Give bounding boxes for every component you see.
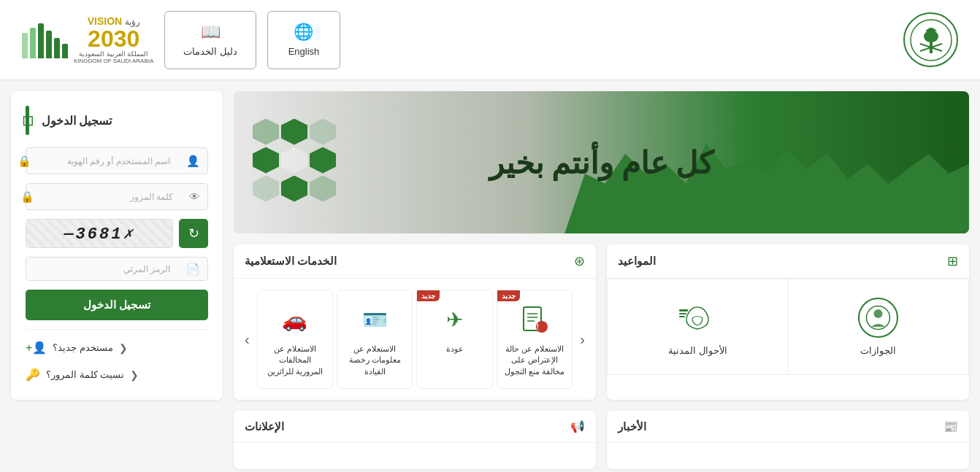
civil-svg xyxy=(678,303,718,333)
header-buttons: 🌐 English 📖 دليل الخدمات رؤية VISION 203… xyxy=(22,11,340,69)
service-label-0: الاستعلام عن حالة الإعتراض على مخالفة من… xyxy=(505,344,564,377)
service-badge-0: جديد xyxy=(497,290,520,301)
login-title-text: تسجيل الدخول xyxy=(42,114,112,128)
forgot-arrow: ❮ xyxy=(130,369,139,381)
new-user-label: مستخدم جديد؟ xyxy=(53,342,113,353)
user-icon: 👤 xyxy=(179,155,207,168)
vision-year: 2030 xyxy=(74,27,153,50)
svg-rect-8 xyxy=(679,313,686,314)
captcha-image: ✗3681— xyxy=(26,219,173,248)
english-button[interactable]: 🌐 English xyxy=(267,11,340,69)
vision-text-block: رؤية VISION 2030 المملكة العربية السعودي… xyxy=(74,15,153,64)
username-field: 👤 🔒 xyxy=(26,147,208,174)
forgot-password-link[interactable]: ❮ نسيت كلمة المرور؟ 🔑 xyxy=(26,364,208,385)
svg-text:!: ! xyxy=(537,323,539,331)
passports-svg xyxy=(865,305,891,330)
news-header: 📰 الأخبار xyxy=(607,411,969,443)
hex xyxy=(253,147,279,174)
captcha-doc-icon: 📄 xyxy=(179,263,207,276)
news-title: الأخبار xyxy=(618,420,646,433)
service-card-0[interactable]: جديد ! ال xyxy=(497,290,573,389)
username-input[interactable] xyxy=(39,148,179,174)
english-label: English xyxy=(288,46,320,57)
svg-point-6 xyxy=(874,309,883,318)
vision-bar-chart xyxy=(22,22,68,58)
appointments-header: ⊞ المواعيد xyxy=(607,244,969,279)
banner: كل عام وأنتم بخير xyxy=(234,91,969,233)
inquiry-services-section: ⊛ الخدمات الاستعلامية ‹ جديد xyxy=(234,244,596,400)
service-card-1[interactable]: جديد ✈ عودة xyxy=(416,290,492,389)
civil-icon-container xyxy=(678,298,718,338)
services-guide-button[interactable]: 📖 دليل الخدمات xyxy=(164,11,256,69)
header: 🌐 English 📖 دليل الخدمات رؤية VISION 203… xyxy=(0,0,980,80)
sidebar: تسجيل الدخول ⊡ 👤 🔒 👁 🔒 ↻ ✗3681— xyxy=(11,91,223,469)
appointment-passports[interactable]: الجوازات xyxy=(789,279,969,374)
green-accent-bar xyxy=(26,106,29,135)
passports-icon-container xyxy=(858,298,898,338)
username-lock-icon: 🔒 xyxy=(10,155,39,168)
logo-container xyxy=(903,12,958,67)
bar-2 xyxy=(54,38,60,58)
ads-title: الإعلانات xyxy=(245,420,284,433)
ads-icon: 📢 xyxy=(570,419,585,433)
content-area: كل عام وأنتم بخير ⊞ المواعيد xyxy=(234,91,969,469)
forgot-password-label: نسيت كلمة المرور؟ xyxy=(46,369,124,380)
passports-label: الجوازات xyxy=(860,345,896,356)
login-title-row: تسجيل الدخول ⊡ xyxy=(26,106,208,135)
news-section: 📰 الأخبار xyxy=(607,411,969,469)
appointments-section: ⊞ المواعيد xyxy=(607,244,969,400)
service-icon-3: 🚗 xyxy=(277,301,313,338)
hex xyxy=(253,176,279,202)
login-button[interactable]: تسجيل الدخول xyxy=(26,290,208,320)
appointment-civil[interactable]: الأحوال المدنية xyxy=(608,279,788,374)
service-label-1: عودة xyxy=(446,344,464,355)
captcha-value: ✗3681— xyxy=(26,220,172,247)
book-icon: 📖 xyxy=(201,23,221,42)
service-icon-1: ✈ xyxy=(437,301,473,338)
services-icon: ⊛ xyxy=(574,253,585,269)
hex xyxy=(281,176,307,202)
hex xyxy=(310,176,336,202)
services-items: جديد ! ال xyxy=(257,290,573,389)
service-label-3: الاستعلام عن المخالفات المرورية للزائرين xyxy=(265,344,325,377)
carousel-next-button[interactable]: ‹ xyxy=(573,328,592,352)
passports-emblem xyxy=(858,298,898,338)
new-user-link[interactable]: ❮ مستخدم جديد؟ 👤+ xyxy=(26,337,208,358)
captcha-row: ↻ ✗3681— xyxy=(26,219,208,248)
password-lock-icon: 🔒 xyxy=(13,190,42,204)
bar-4 xyxy=(38,23,44,58)
password-input[interactable] xyxy=(42,184,182,209)
services-header: ⊛ الخدمات الاستعلامية xyxy=(234,244,596,279)
service-card-2[interactable]: 🪪 الاستعلام عن معلومات رخصة القيادة xyxy=(337,290,413,389)
banner-hex-decoration xyxy=(248,119,336,206)
service-label-2: الاستعلام عن معلومات رخصة القيادة xyxy=(345,344,405,377)
hex xyxy=(310,147,336,174)
carousel-prev-button[interactable]: › xyxy=(237,328,257,352)
appointments-icon: ⊞ xyxy=(947,253,958,269)
civil-label: الأحوال المدنية xyxy=(668,345,727,356)
news-icon: 📰 xyxy=(943,419,958,433)
vision-logo: رؤية VISION 2030 المملكة العربية السعودي… xyxy=(22,15,153,64)
services-carousel: ‹ جديد xyxy=(234,279,596,400)
logo-circle xyxy=(903,12,958,67)
bar-6 xyxy=(22,33,28,58)
ads-header: 📢 الإعلانات xyxy=(234,411,596,443)
ads-section: 📢 الإعلانات xyxy=(234,411,596,469)
svg-point-2 xyxy=(924,31,938,42)
captcha-input[interactable] xyxy=(26,258,179,280)
service-card-3[interactable]: 🚗 الاستعلام عن المخالفات المرورية للزائر… xyxy=(257,290,333,389)
add-user-icon: 👤+ xyxy=(26,341,47,355)
globe-icon: 🌐 xyxy=(294,23,313,42)
hex xyxy=(310,119,336,145)
service-icon-0: ! xyxy=(516,301,553,338)
vision-subtitle: المملكة العربية السعودية xyxy=(74,50,153,58)
svg-rect-9 xyxy=(679,316,685,317)
main-container: كل عام وأنتم بخير ⊞ المواعيد xyxy=(0,80,980,472)
captcha-refresh-button[interactable]: ↻ xyxy=(179,219,208,248)
eye-icon[interactable]: 👁 xyxy=(182,190,207,203)
bar-3 xyxy=(46,31,52,58)
bar-5 xyxy=(30,28,36,58)
login-box: تسجيل الدخول ⊡ 👤 🔒 👁 🔒 ↻ ✗3681— xyxy=(11,91,223,400)
services-guide-label: دليل الخدمات xyxy=(183,46,237,57)
key-icon: 🔑 xyxy=(26,368,40,382)
